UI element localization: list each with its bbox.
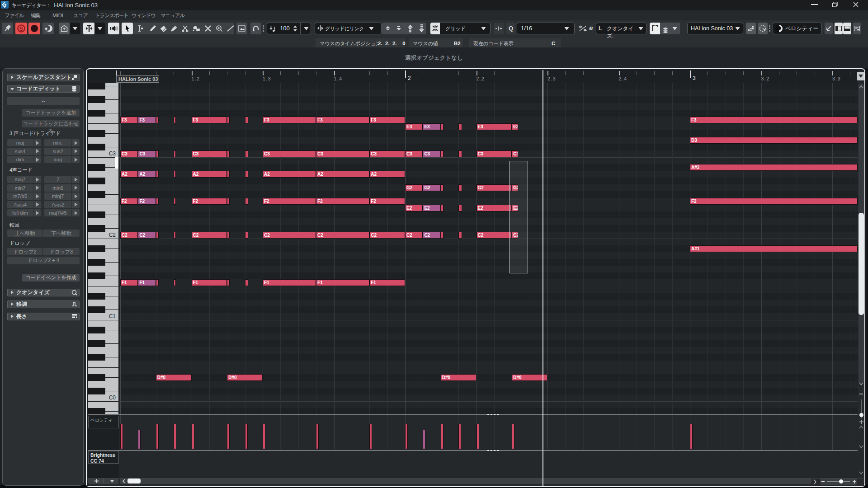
svg-text:S: S [19, 26, 23, 32]
